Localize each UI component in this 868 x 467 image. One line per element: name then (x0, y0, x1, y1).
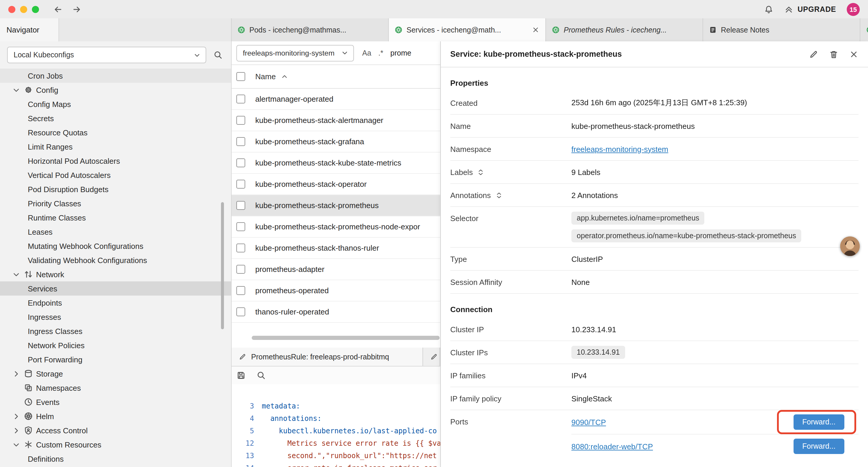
table-row[interactable]: kube-prometheus-stack-alertmanager (231, 110, 440, 131)
sidebar-scrollbar-thumb[interactable] (221, 202, 224, 329)
window-close-button[interactable] (8, 6, 16, 13)
delete-icon[interactable] (829, 49, 838, 59)
sidebar-item-limit-ranges[interactable]: Limit Ranges (0, 140, 231, 154)
port-link[interactable]: 9090/TCP (571, 418, 606, 427)
table-row[interactable]: kube-prometheus-stack-operator (231, 174, 440, 195)
table-row[interactable]: kube-prometheus-stack-grafana (231, 131, 440, 152)
chevron-down-icon[interactable] (12, 440, 21, 449)
row-checkbox[interactable] (236, 201, 245, 210)
notifications-bell-icon[interactable] (764, 4, 773, 14)
column-header-name[interactable]: Name (255, 72, 276, 81)
sidebar-item-runtime-classes[interactable]: Runtime Classes (0, 210, 231, 225)
table-row[interactable]: kube-prometheus-stack-kube-state-metrics (231, 152, 440, 174)
match-case-toggle[interactable]: Aa (362, 49, 371, 57)
close-panel-icon[interactable] (849, 49, 859, 59)
sidebar-search-icon[interactable] (213, 50, 223, 60)
chevron-down-icon[interactable] (12, 270, 21, 279)
table-row[interactable]: kube-prometheus-stack-prometheus-node-ex… (231, 216, 440, 238)
table-row[interactable]: kube-prometheus-stack-thanos-ruler (231, 238, 440, 259)
regex-toggle[interactable]: .* (378, 49, 383, 57)
sidebar-item-network[interactable]: Network (0, 267, 231, 282)
row-checkbox[interactable] (236, 158, 245, 167)
expand-toggle-icon[interactable] (495, 191, 502, 199)
expand-toggle-icon[interactable] (477, 168, 485, 176)
sidebar-item-services[interactable]: Services (0, 282, 231, 296)
search-query[interactable]: prome (390, 49, 411, 57)
chevron-right-icon[interactable] (12, 426, 21, 435)
sidebar-item-pod-disruption-budgets[interactable]: Pod Disruption Budgets (0, 182, 231, 196)
sidebar-item-resource-quotas[interactable]: Resource Quotas (0, 125, 231, 140)
edit-icon[interactable] (809, 49, 818, 59)
window-minimize-button[interactable] (20, 6, 27, 13)
tab-release-notes[interactable]: Release Notes (703, 18, 860, 41)
sidebar-item-port-forwarding[interactable]: Port Forwarding (0, 352, 231, 367)
sidebar-item-events[interactable]: Events (0, 395, 231, 409)
tab-prometheus-rules-icecheng[interactable]: Prometheus Rules - icecheng... (546, 18, 703, 41)
sidebar-item-secrets[interactable]: Secrets (0, 111, 231, 125)
forward-icon[interactable] (72, 4, 82, 14)
row-checkbox[interactable] (236, 286, 245, 295)
row-checkbox[interactable] (236, 222, 245, 231)
row-checkbox[interactable] (236, 116, 245, 125)
section-heading-properties: Properties (450, 78, 859, 88)
table-row[interactable]: prometheus-operated (231, 280, 440, 301)
sidebar-item-config-maps[interactable]: Config Maps (0, 97, 231, 111)
row-checkbox[interactable] (236, 308, 245, 316)
window-zoom-button[interactable] (32, 6, 39, 13)
table-row[interactable]: kube-prometheus-stack-prometheus (231, 195, 440, 216)
back-icon[interactable] (53, 4, 63, 14)
notification-count-badge[interactable]: 15 (847, 3, 860, 16)
sidebar-item-vertical-pod-autoscalers[interactable]: Vertical Pod Autoscalers (0, 168, 231, 182)
sidebar-item-label: Resource Quotas (28, 128, 88, 137)
sidebar-item-endpoints[interactable]: Endpoints (0, 296, 231, 310)
table-row[interactable]: prometheus-adapter (231, 259, 440, 280)
save-icon[interactable] (236, 371, 246, 380)
editor-tab-partial[interactable] (423, 348, 440, 366)
sidebar-item-network-policies[interactable]: Network Policies (0, 338, 231, 352)
upgrade-button[interactable]: UPGRADE (784, 4, 836, 14)
sidebar-item-ingresses[interactable]: Ingresses (0, 310, 231, 324)
close-icon[interactable] (532, 26, 539, 34)
port-link[interactable]: 8080:reloader-web/TCP (571, 442, 653, 451)
chevron-right-icon[interactable] (12, 369, 21, 378)
forward-button[interactable]: Forward... (793, 439, 844, 454)
sidebar-item-horizontal-pod-autoscalers[interactable]: Horizontal Pod Autoscalers (0, 154, 231, 168)
sidebar-item-storage[interactable]: Storage (0, 367, 231, 381)
sidebar-item-namespaces[interactable]: Namespaces (0, 381, 231, 395)
app-window: UPGRADE 15 Navigator Pods - icecheng@mat… (0, 0, 868, 467)
sidebar-item-helm[interactable]: Helm (0, 409, 231, 423)
user-avatar[interactable] (840, 236, 860, 256)
sidebar-item-validating-webhook-configurations[interactable]: Validating Webhook Configurations (0, 253, 231, 267)
sidebar-item-mutating-webhook-configurations[interactable]: Mutating Webhook Configurations (0, 239, 231, 253)
row-checkbox[interactable] (236, 180, 245, 188)
row-checkbox[interactable] (236, 95, 245, 104)
sidebar-item-priority-classes[interactable]: Priority Classes (0, 196, 231, 210)
table-row[interactable]: thanos-ruler-operated (231, 301, 440, 323)
chevron-down-icon[interactable] (12, 85, 21, 94)
forward-button[interactable]: Forward... (793, 414, 844, 430)
horizontal-scrollbar-thumb[interactable] (252, 336, 440, 340)
sidebar-item-cron-jobs[interactable]: Cron Jobs (0, 68, 231, 83)
editor-tab[interactable]: PrometheusRule: freeleaps-prod-rabbitmq (231, 348, 423, 366)
row-checkbox[interactable] (236, 265, 245, 274)
sidebar-item-config[interactable]: Config (0, 83, 231, 97)
editor-search-icon[interactable] (256, 371, 266, 380)
select-all-checkbox[interactable] (236, 72, 245, 81)
sidebar-item-access-control[interactable]: Access Control (0, 423, 231, 437)
sort-ascending-icon[interactable] (280, 73, 288, 80)
sidebar-item-custom-resources[interactable]: Custom Resources (0, 437, 231, 451)
row-checkbox[interactable] (236, 137, 245, 146)
chevron-right-icon[interactable] (12, 412, 21, 420)
namespace-link[interactable]: freeleaps-monitoring-system (571, 145, 668, 153)
table-row[interactable]: alertmanager-operated (231, 89, 440, 110)
sidebar-item-ingress-classes[interactable]: Ingress Classes (0, 324, 231, 338)
sidebar-item-leases[interactable]: Leases (0, 225, 231, 239)
namespace-dropdown[interactable]: freeleaps-monitoring-system (236, 45, 354, 61)
sidebar-item-definitions[interactable]: Definitions (0, 451, 231, 466)
tab-argo-s[interactable]: Argo S (860, 18, 868, 41)
row-checkbox[interactable] (236, 243, 245, 253)
tab-pods-icecheng-mathmas[interactable]: Pods - icecheng@mathmas... (231, 18, 389, 41)
yaml-editor[interactable]: 3metadata:4 annotations:5 kubectl.kubern… (231, 384, 440, 467)
tab-services-icecheng-math[interactable]: Services - icecheng@math... (389, 18, 546, 41)
kubeconfig-dropdown[interactable]: Local Kubeconfigs (7, 47, 206, 63)
